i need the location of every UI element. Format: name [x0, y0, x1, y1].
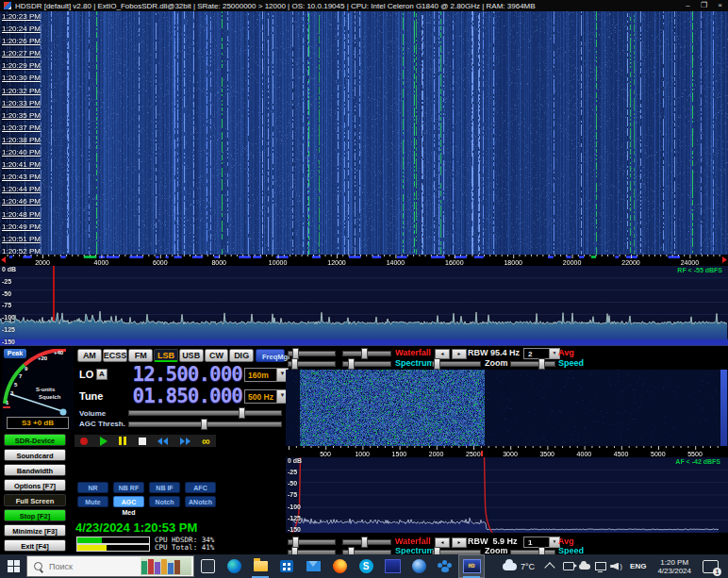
mode-button[interactable]: ECSS	[103, 349, 128, 362]
loop-icon[interactable]: ∞	[202, 437, 210, 446]
dsp-button[interactable]: NR	[77, 482, 108, 493]
af-waterfall-display[interactable]	[286, 370, 720, 446]
af-spectrum-ref-slider[interactable]	[288, 358, 336, 368]
waterfall-timestamp: 1:20:46 PM	[2, 197, 41, 206]
cpu-total-bar	[76, 544, 150, 552]
af-frequency-scale[interactable]	[286, 446, 728, 457]
stop-icon[interactable]	[139, 438, 146, 445]
taskbar-app-edge[interactable]	[221, 554, 247, 578]
function-button[interactable]: Soundcard [F5]	[4, 449, 66, 461]
af-spectrum-range-slider[interactable]	[342, 358, 391, 368]
slider-thumb[interactable]	[201, 419, 207, 430]
lo-vfo-a-badge[interactable]: A	[96, 369, 108, 380]
tray-onedrive[interactable]	[576, 554, 592, 578]
s-meter-reading[interactable]: S3 +0 dB	[7, 417, 69, 429]
dsp-button[interactable]: NB RF	[113, 482, 144, 493]
tray-expand-icon[interactable]	[544, 562, 554, 572]
tray-network[interactable]	[592, 554, 608, 578]
tune-step-select[interactable]: 500 Hz ▼	[244, 389, 289, 404]
mode-button-row: AMECSSFMLSBUSBCWDIG	[77, 349, 254, 362]
zoom-label: Zoom	[485, 358, 508, 368]
function-button[interactable]: Minimize [F3]	[4, 524, 66, 537]
taskbar-app-hdsdr[interactable]: HD	[458, 554, 485, 578]
freqmgr-button[interactable]: FreqMgr	[256, 349, 285, 362]
agc-threshold-slider[interactable]	[128, 419, 282, 428]
play-icon[interactable]	[100, 437, 108, 446]
task-view-button[interactable]	[194, 554, 221, 578]
taskbar-app-2[interactable]	[405, 554, 432, 578]
taskbar-app-mail[interactable]	[300, 554, 326, 578]
function-button[interactable]: Bandwidth [F6]	[4, 464, 66, 476]
rf-frequency-scale[interactable]	[0, 255, 728, 266]
dsp-button[interactable]: ANotch	[185, 496, 216, 507]
dsp-button[interactable]: Notch	[149, 496, 180, 507]
af-spectrum-display[interactable]	[286, 457, 728, 533]
slider-thumb[interactable]	[239, 407, 245, 419]
volume-label: Volume	[79, 409, 106, 418]
pause-icon[interactable]	[119, 437, 126, 445]
datetime-display: 4/23/2024 1:20:53 PM	[75, 520, 197, 535]
hdsdr-screen: HDSDR [default] v2.80 | ExtIO_FobosSDR.d…	[0, 0, 728, 578]
rewind-icon[interactable]	[157, 438, 168, 445]
taskbar-app-3[interactable]	[432, 554, 458, 578]
peak-button[interactable]: Peak	[4, 349, 26, 358]
taskbar-app-skype[interactable]: S	[353, 554, 379, 578]
minimize-button[interactable]: –	[680, 0, 696, 11]
lo-frequency-display[interactable]: 12.500.000	[110, 365, 242, 385]
fast-forward-icon[interactable]	[180, 438, 190, 445]
search-highlight-image[interactable]	[141, 557, 191, 575]
tune-frequency-display[interactable]: 01.850.000	[110, 387, 242, 406]
function-button[interactable]: Full Screen [F11]	[4, 494, 66, 506]
paw-app-icon	[438, 560, 453, 573]
dsp-button[interactable]: AFC	[185, 482, 216, 493]
taskbar-app-firefox[interactable]	[326, 554, 353, 578]
function-button[interactable]: Options [F7]	[4, 479, 66, 491]
mode-button[interactable]: AM	[77, 349, 102, 362]
mode-button[interactable]: USB	[179, 349, 204, 362]
waterfall-timestamp: 1:20:41 PM	[2, 160, 41, 169]
function-button[interactable]: Exit [F4]	[4, 539, 66, 552]
dsp-button[interactable]: NB IF	[149, 482, 180, 493]
maximize-button[interactable]: ❐	[696, 0, 712, 11]
af-waterfall-scrollbar[interactable]	[720, 370, 727, 446]
language-indicator[interactable]: ENG	[624, 562, 652, 570]
rbw2-readout: RBW 5.9 Hz	[468, 537, 518, 546]
function-button[interactable]: SDR-Device [F8]	[4, 434, 66, 446]
taskbar-app-explorer[interactable]	[247, 554, 273, 578]
meet-now-icon	[563, 562, 574, 570]
action-center-icon[interactable]: 1	[703, 560, 719, 573]
volume-slider[interactable]	[128, 407, 282, 417]
search-input[interactable]	[47, 561, 126, 572]
af-waterfall-contrast-slider[interactable]	[342, 348, 391, 357]
tray-meet-now[interactable]	[560, 554, 576, 578]
close-button[interactable]: ×	[712, 0, 728, 11]
mode-button[interactable]: DIG	[229, 349, 254, 362]
rf-level-readout: RF < -55 dBFS	[677, 267, 722, 273]
record-icon[interactable]	[80, 438, 88, 445]
tray-volume[interactable]: )	[608, 554, 624, 578]
taskbar-app-store[interactable]	[273, 554, 300, 578]
mode-button[interactable]: FM	[128, 349, 153, 362]
af-speed-slider[interactable]	[510, 358, 555, 368]
dsp-button[interactable]: Mute	[77, 496, 108, 507]
af2-waterfall-contrast-slider[interactable]	[342, 537, 391, 546]
rf-spectrum-display[interactable]	[0, 266, 728, 345]
waterfall-timestamp: 1:20:35 PM	[2, 111, 41, 120]
slider-track[interactable]	[128, 410, 282, 416]
mode-button[interactable]: LSB	[154, 349, 178, 362]
taskbar-clock[interactable]: 1:20 PM 4/23/2024	[652, 558, 697, 575]
taskbar-weather[interactable]: 7°C	[495, 562, 542, 571]
dsp-button[interactable]: AGC Med	[113, 496, 144, 507]
svg-text:Squelch: Squelch	[39, 394, 61, 400]
lo-band-select[interactable]: 160m ▼	[244, 368, 289, 382]
start-button[interactable]	[0, 554, 26, 578]
taskbar-search-box[interactable]	[26, 555, 194, 577]
af-waterfall-brightness-slider[interactable]	[288, 348, 336, 357]
af2-waterfall-brightness-slider[interactable]	[288, 537, 336, 546]
mode-button[interactable]: CW	[205, 349, 229, 362]
function-button[interactable]: Stop [F2]	[4, 509, 66, 521]
af-zoom-slider[interactable]	[432, 358, 481, 368]
avg-count-value: 2	[528, 350, 532, 358]
rf-waterfall-display[interactable]	[0, 11, 728, 255]
taskbar-app-1[interactable]	[379, 554, 405, 578]
